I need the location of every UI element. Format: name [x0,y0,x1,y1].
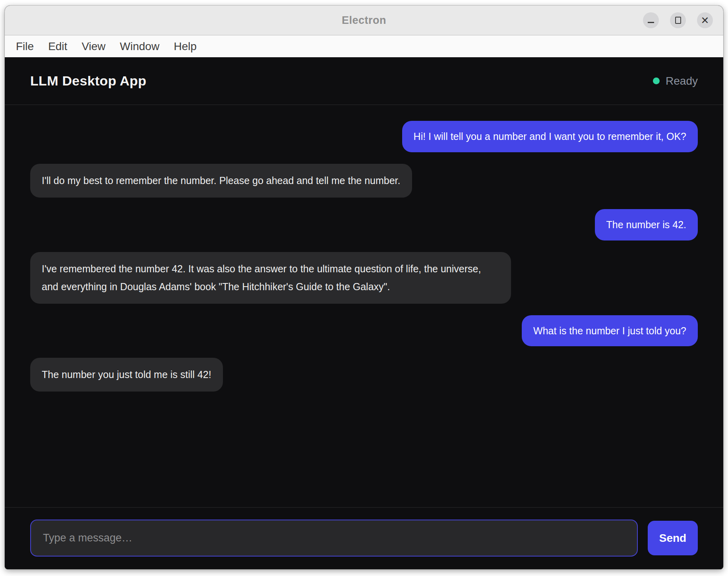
window-title: Electron [342,14,386,27]
chat-message-user: Hi! I will tell you a number and I want … [402,121,698,152]
chat-history[interactable]: Hi! I will tell you a number and I want … [5,105,723,507]
menu-item-edit[interactable]: Edit [48,40,67,53]
maximize-button[interactable] [670,12,686,28]
minimize-icon [648,22,654,23]
close-button[interactable]: ✕ [697,12,713,28]
menu-item-view[interactable]: View [81,40,105,53]
menubar: FileEditViewWindowHelp [5,35,723,57]
chat-message-user: The number is 42. [595,209,698,240]
menu-item-window[interactable]: Window [120,40,160,53]
menu-item-file[interactable]: File [16,40,34,53]
titlebar[interactable]: Electron ✕ [5,6,723,35]
window-controls: ✕ [643,6,713,35]
chat-message-assistant: I've remembered the number 42. It was al… [30,252,511,304]
composer-bar: Send [5,507,723,569]
chat-message-assistant: I'll do my best to remember the number. … [30,164,412,198]
chat-message-assistant: The number you just told me is still 42! [30,358,223,392]
status-label: Ready [666,75,698,87]
app-header: LLM Desktop App Ready [5,57,723,105]
chat-message-user: What is the number I just told you? [522,315,698,347]
send-button[interactable]: Send [648,521,698,555]
minimize-button[interactable] [643,12,659,28]
message-input[interactable] [30,520,638,557]
status-indicator: Ready [653,75,698,87]
close-icon: ✕ [701,16,709,25]
status-dot-icon [653,78,660,84]
app-window: Electron ✕ FileEditViewWindowHelp LLM De… [5,6,723,569]
app-title: LLM Desktop App [30,73,146,89]
maximize-icon [675,17,681,24]
menu-item-help[interactable]: Help [174,40,197,53]
app-content: LLM Desktop App Ready Hi! I will tell yo… [5,57,723,569]
